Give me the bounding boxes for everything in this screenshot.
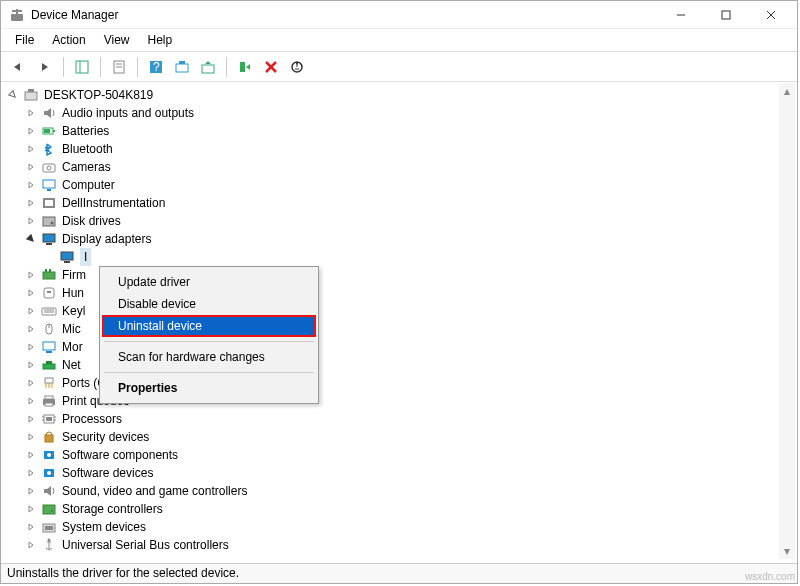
tree-label: Keyl [62, 302, 93, 320]
tree-toggle[interactable] [26, 468, 40, 478]
tree-category[interactable]: Batteries [4, 122, 794, 140]
ctx-disable-device[interactable]: Disable device [102, 293, 316, 315]
back-button[interactable] [7, 55, 31, 79]
tree-root[interactable]: DESKTOP-504K819 [4, 86, 794, 104]
tree-category[interactable]: Display adapters [4, 230, 794, 248]
tree-toggle[interactable] [26, 288, 40, 298]
tree-toggle[interactable] [26, 504, 40, 514]
svg-rect-67 [43, 505, 55, 514]
tree-toggle[interactable] [26, 378, 40, 388]
uninstall-device-button[interactable] [259, 55, 283, 79]
port-icon [40, 375, 58, 391]
svg-rect-37 [64, 261, 70, 263]
maximize-button[interactable] [703, 1, 748, 28]
tree-label: Hun [62, 284, 92, 302]
menu-view[interactable]: View [96, 31, 138, 49]
tree-toggle[interactable] [26, 180, 40, 190]
sys-icon [40, 519, 58, 535]
tree-toggle[interactable] [26, 198, 40, 208]
show-hide-tree-button[interactable] [70, 55, 94, 79]
tree-toggle[interactable] [26, 432, 40, 442]
ctx-scan-hardware[interactable]: Scan for hardware changes [102, 346, 316, 368]
tree-label: Net [62, 356, 89, 374]
tree-category[interactable]: Software devices [4, 464, 794, 482]
tree-toggle[interactable] [26, 216, 40, 226]
toolbar-separator [63, 57, 64, 77]
svg-rect-25 [44, 129, 50, 133]
usb-icon [40, 537, 58, 553]
disable-device-button[interactable] [285, 55, 309, 79]
svg-rect-26 [43, 164, 55, 172]
scroll-up-button[interactable]: ▴ [779, 83, 795, 99]
tree-toggle[interactable] [26, 540, 40, 550]
context-menu: Update driver Disable device Uninstall d… [99, 266, 319, 404]
svg-rect-62 [45, 435, 53, 442]
close-button[interactable] [748, 1, 793, 28]
update-driver-button[interactable] [196, 55, 220, 79]
tree-toggle[interactable] [26, 126, 40, 136]
ctx-uninstall-device[interactable]: Uninstall device [102, 315, 316, 337]
menu-help[interactable]: Help [140, 31, 181, 49]
tree-toggle[interactable] [26, 342, 40, 352]
svg-rect-36 [61, 252, 73, 260]
tree-toggle[interactable] [26, 144, 40, 154]
tree-category[interactable]: System devices [4, 518, 794, 536]
tree-toggle[interactable] [26, 162, 40, 172]
tree-toggle[interactable] [26, 324, 40, 334]
firm-icon [40, 267, 58, 283]
svg-rect-16 [202, 65, 214, 73]
menu-file[interactable]: File [7, 31, 42, 49]
tree-category[interactable]: Sound, video and game controllers [4, 482, 794, 500]
tree-toggle[interactable] [8, 90, 22, 100]
svg-rect-57 [46, 417, 52, 421]
svg-rect-2 [12, 10, 22, 12]
tree-device-selected[interactable]: I [4, 248, 794, 266]
tree-toggle[interactable] [26, 414, 40, 424]
tree-category[interactable]: Bluetooth [4, 140, 794, 158]
tree-category[interactable]: DellInstrumentation [4, 194, 794, 212]
tree-toggle[interactable] [26, 396, 40, 406]
titlebar: Device Manager [1, 1, 797, 29]
scan-hardware-button[interactable] [170, 55, 194, 79]
properties-button[interactable] [107, 55, 131, 79]
svg-rect-31 [45, 200, 53, 206]
audio-icon [40, 105, 58, 121]
scrollbar-vertical[interactable]: ▴ ▾ [779, 83, 795, 559]
svg-rect-0 [11, 14, 23, 21]
tree-toggle[interactable] [26, 306, 40, 316]
statusbar: Uninstalls the driver for the selected d… [1, 563, 797, 583]
svg-point-64 [47, 453, 51, 457]
ctx-update-driver[interactable]: Update driver [102, 271, 316, 293]
toolbar-separator [100, 57, 101, 77]
tree-toggle[interactable] [26, 270, 40, 280]
tree-label: DellInstrumentation [62, 194, 165, 212]
tree-category[interactable]: Security devices [4, 428, 794, 446]
tree-toggle[interactable] [26, 450, 40, 460]
svg-rect-32 [43, 217, 55, 226]
tree-label: Sound, video and game controllers [62, 482, 247, 500]
sound-icon [40, 483, 58, 499]
minimize-button[interactable] [658, 1, 703, 28]
tree-category[interactable]: Audio inputs and outputs [4, 104, 794, 122]
tree-category[interactable]: Disk drives [4, 212, 794, 230]
tree-toggle[interactable] [26, 108, 40, 118]
menu-action[interactable]: Action [44, 31, 93, 49]
svg-rect-48 [43, 342, 55, 350]
tree-toggle[interactable] [26, 486, 40, 496]
tree-toggle[interactable] [26, 360, 40, 370]
tree-category[interactable]: Cameras [4, 158, 794, 176]
tree-toggle[interactable] [26, 522, 40, 532]
forward-button[interactable] [33, 55, 57, 79]
help-button[interactable]: ? [144, 55, 168, 79]
tree-category[interactable]: Computer [4, 176, 794, 194]
tree-toggle[interactable] [26, 234, 40, 244]
tree-category[interactable]: Software components [4, 446, 794, 464]
scroll-down-button[interactable]: ▾ [779, 543, 795, 559]
tree-category[interactable]: Storage controllers [4, 500, 794, 518]
batt-icon [40, 123, 58, 139]
enable-device-button[interactable] [233, 55, 257, 79]
ctx-properties[interactable]: Properties [102, 377, 316, 399]
tree-category[interactable]: Processors [4, 410, 794, 428]
tree-label: Storage controllers [62, 500, 163, 518]
tree-category[interactable]: Universal Serial Bus controllers [4, 536, 794, 554]
